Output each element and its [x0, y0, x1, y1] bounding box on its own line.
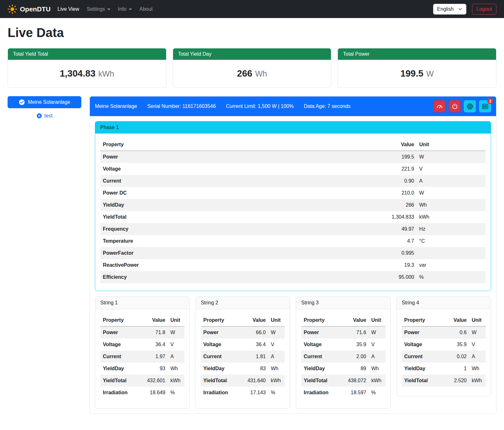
- unit-cell: Wh: [168, 363, 184, 375]
- chevron-down-icon: [458, 7, 462, 11]
- unit-cell: W: [369, 327, 385, 339]
- string-table: Property Value Unit Power71.8WVoltage36.…: [100, 314, 184, 399]
- table-row: Power199.5W: [100, 151, 486, 163]
- brand[interactable]: OpenDTU: [8, 4, 51, 14]
- card-value: 199.5: [401, 68, 424, 78]
- table-row: Voltage35.9V: [402, 339, 486, 351]
- value-cell: 431.640: [242, 375, 268, 387]
- power-button[interactable]: [449, 100, 461, 112]
- unit-cell: Wh: [417, 199, 486, 211]
- value-cell: 0.90: [372, 175, 417, 187]
- table-row: Voltage36.4V: [100, 339, 184, 351]
- value-cell: 71.8: [141, 327, 168, 339]
- nav-item-label: About: [140, 6, 153, 12]
- card-unit: W: [426, 69, 434, 78]
- property-cell: Power DC: [100, 187, 372, 199]
- value-cell: 49.97: [372, 223, 417, 235]
- unit-cell: Hz: [417, 223, 486, 235]
- property-cell: Voltage: [100, 339, 141, 351]
- value-cell: 93: [141, 363, 168, 375]
- inverter-panel-header: Meine Solaranlage Serial Number: 1161716…: [90, 97, 496, 116]
- property-cell: YieldTotal: [301, 375, 342, 387]
- unit-cell: W: [469, 327, 486, 339]
- property-cell: Efficiency: [100, 271, 372, 283]
- property-cell: Irradiation: [301, 387, 342, 399]
- value-cell: 199.5: [372, 151, 417, 163]
- table-row: YieldTotal438.072kWh: [301, 375, 385, 387]
- device-info-button[interactable]: [464, 100, 476, 112]
- value-cell: 2.00: [342, 351, 369, 363]
- table-header-row: Property Value Unit: [201, 314, 285, 327]
- events-button[interactable]: 2: [479, 100, 491, 112]
- limit-settings-button[interactable]: [433, 100, 445, 112]
- inverter-item-test[interactable]: test: [8, 113, 81, 119]
- property-cell: Power: [201, 327, 242, 339]
- nav-item-about[interactable]: About: [136, 4, 157, 15]
- nav-item-label: Live View: [58, 6, 79, 12]
- inverter-select-button[interactable]: Meine Solaranlage: [8, 96, 81, 108]
- property-cell: Irradiation: [100, 387, 141, 399]
- inverter-item-label: test: [44, 113, 53, 119]
- value-cell: 17.143: [242, 387, 268, 399]
- value-cell: 66.0: [242, 327, 268, 339]
- property-cell: YieldTotal: [402, 375, 443, 387]
- string-table: Property Value Unit Power71.6WVoltage35.…: [301, 314, 385, 399]
- table-row: Current0.02A: [402, 351, 486, 363]
- property-cell: ReactivePower: [100, 259, 372, 271]
- inverter-panel: Meine Solaranlage Serial Number: 1161716…: [90, 96, 496, 414]
- property-cell: Current: [402, 351, 443, 363]
- table-row: YieldDay83Wh: [201, 363, 285, 375]
- value-cell: 36.4: [141, 339, 168, 351]
- value-cell: 71.6: [342, 327, 369, 339]
- value-cell: 221.9: [372, 163, 417, 175]
- inverter-limit: Current Limit: 1,500 W | 100%: [226, 103, 294, 109]
- table-row: YieldDay93Wh: [100, 363, 184, 375]
- property-cell: Voltage: [100, 163, 372, 175]
- value-cell: 18.597: [342, 387, 369, 399]
- value-cell: 210.0: [372, 187, 417, 199]
- property-cell: YieldDay: [100, 363, 141, 375]
- value-cell: 1.81: [242, 351, 268, 363]
- unit-cell: Wh: [469, 363, 486, 375]
- inverter-name: Meine Solaranlage: [95, 103, 137, 109]
- property-cell: Voltage: [201, 339, 242, 351]
- power-icon: [451, 103, 458, 110]
- sun-logo-icon: [8, 4, 17, 14]
- string-3-card: String 3 Property Value Unit: [296, 296, 391, 408]
- column-unit: Unit: [268, 314, 285, 327]
- value-cell: 1.97: [141, 351, 168, 363]
- value-cell: 35.9: [443, 339, 469, 351]
- unit-cell: W: [417, 187, 486, 199]
- table-row: ReactivePower19.3var: [100, 259, 486, 271]
- value-cell: 4.7: [372, 235, 417, 247]
- table-row: YieldDay89Wh: [301, 363, 385, 375]
- property-cell: Current: [301, 351, 342, 363]
- string-2-card: String 2 Property Value Unit: [196, 296, 290, 408]
- table-row: Irradiation18.649%: [100, 387, 184, 399]
- property-cell: Voltage: [402, 339, 443, 351]
- value-cell: 432.601: [141, 375, 168, 387]
- nav-item-settings[interactable]: Settings: [83, 4, 114, 15]
- unit-cell: A: [369, 351, 385, 363]
- nav-item-live-view[interactable]: Live View: [54, 4, 83, 15]
- property-cell: Current: [100, 175, 372, 187]
- property-cell: YieldDay: [201, 363, 242, 375]
- nav-item-info[interactable]: Info: [114, 4, 136, 15]
- page-content: Live Data Total Yield Total 1,304.83kWh …: [0, 18, 504, 423]
- card-title: Total Power: [338, 48, 496, 60]
- language-select[interactable]: English: [433, 4, 466, 15]
- summary-row: Total Yield Total 1,304.83kWh Total Yiel…: [8, 48, 496, 88]
- string-4-card: String 4 Property Value Unit: [396, 296, 491, 396]
- phase-table: Property Value Unit Power199.5WVoltage22…: [100, 139, 486, 283]
- value-cell: 2.520: [443, 375, 469, 387]
- column-value: Value: [242, 314, 268, 327]
- column-value: Value: [141, 314, 168, 327]
- unit-cell: °C: [417, 235, 486, 247]
- property-cell: Power: [301, 327, 342, 339]
- table-row: Voltage35.9V: [301, 339, 385, 351]
- unit-cell: A: [168, 351, 184, 363]
- value-cell: 0.6: [443, 327, 469, 339]
- unit-cell: V: [268, 339, 285, 351]
- unit-cell: W: [417, 151, 486, 163]
- logout-button[interactable]: Logout: [472, 4, 496, 15]
